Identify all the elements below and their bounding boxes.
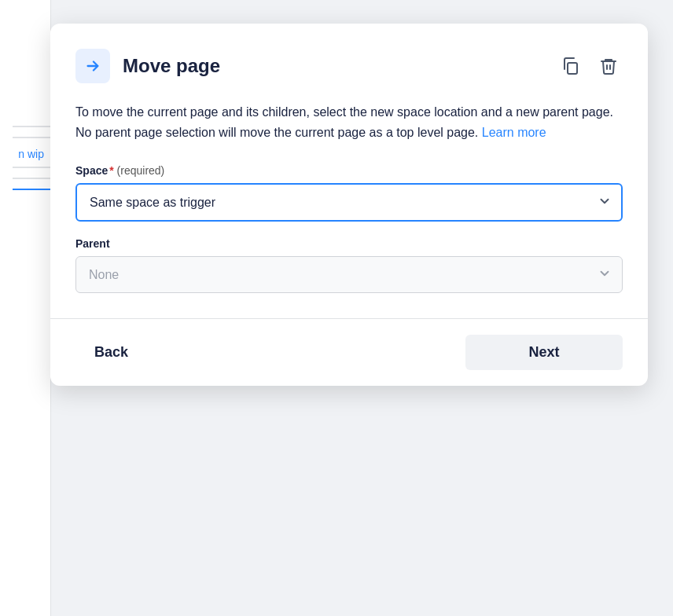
sidebar-line-3	[13, 167, 50, 168]
required-star: *	[109, 164, 113, 177]
copy-icon	[561, 57, 580, 75]
sidebar-line-2	[13, 137, 50, 138]
delete-button[interactable]	[594, 52, 623, 80]
parent-select[interactable]: None	[75, 256, 623, 293]
sidebar-line-1	[13, 126, 50, 127]
required-text: (required)	[117, 164, 165, 177]
space-form-group: Space* (required) Same space as trigger	[75, 164, 623, 222]
svg-rect-0	[568, 63, 577, 74]
modal: Move page	[50, 24, 648, 386]
title-icon	[75, 49, 110, 83]
modal-description: To move the current page and its childre…	[75, 102, 623, 142]
parent-label: Parent	[75, 237, 623, 250]
modal-header: Move page	[75, 49, 623, 83]
sidebar-text: n wip	[18, 148, 50, 160]
next-button[interactable]: Next	[465, 335, 623, 370]
modal-container: Move page	[50, 24, 673, 616]
arrow-right-icon	[84, 57, 101, 75]
sidebar-line-4	[13, 178, 50, 179]
left-sidebar: n wip	[0, 0, 51, 616]
copy-button[interactable]	[557, 52, 585, 80]
sidebar-line-blue	[13, 189, 50, 190]
learn-more-link[interactable]: Learn more	[482, 126, 546, 139]
space-select-wrapper: Same space as trigger	[75, 183, 623, 222]
parent-select-wrapper: None	[75, 256, 623, 293]
modal-footer: Back Next	[50, 318, 648, 386]
parent-form-group: Parent None	[75, 237, 623, 293]
trash-icon	[599, 57, 618, 75]
modal-actions	[557, 52, 623, 80]
back-button[interactable]: Back	[75, 335, 147, 370]
modal-title-group: Move page	[75, 49, 220, 83]
space-label: Space* (required)	[75, 164, 623, 177]
modal-title: Move page	[123, 55, 220, 77]
space-select[interactable]: Same space as trigger	[75, 183, 623, 222]
page-background: n wip Move page	[0, 0, 673, 616]
